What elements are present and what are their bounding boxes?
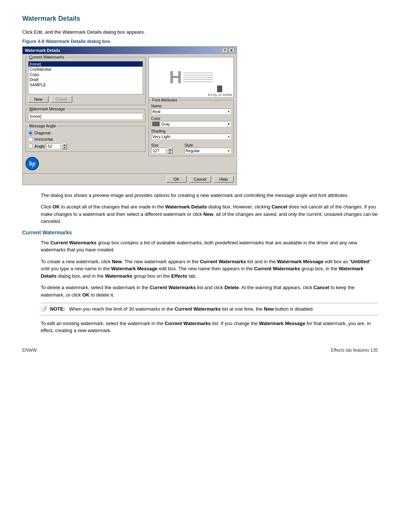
- watermark-action-buttons: New Delete: [28, 96, 143, 103]
- cancel-button[interactable]: Cancel: [189, 176, 211, 183]
- size-style-row: Size ▲ ▼ Style Regu: [151, 141, 231, 154]
- angle-spin-up[interactable]: ▲: [62, 143, 67, 146]
- style-label: Style: [184, 143, 231, 147]
- size-spin-down[interactable]: ▼: [167, 151, 173, 154]
- hp-logo-area: hp: [26, 154, 146, 170]
- color-dropdown-arrow: ▼: [227, 123, 230, 125]
- dialog-title: Watermark Details: [25, 48, 60, 53]
- close-titlebar-button[interactable]: X: [229, 48, 234, 53]
- current-watermarks-body: The Current Watermarks group box contain…: [41, 239, 378, 334]
- page-title: Watermark Details: [22, 15, 378, 23]
- cw-paragraph-1: The Current Watermarks group box contain…: [41, 239, 378, 254]
- watermark-preview: H 8.5 by 11 inches: [149, 57, 234, 98]
- name-select[interactable]: Arial: [151, 108, 231, 114]
- preview-line: [183, 75, 213, 76]
- footer-right: Effects tab features 135: [331, 348, 378, 353]
- diagonal-label: Diagonal: [34, 131, 50, 135]
- help-button[interactable]: Help: [213, 176, 234, 183]
- current-watermarks-heading: Current Watermarks: [22, 230, 378, 235]
- shading-select[interactable]: Very Light Light Medium Dark: [151, 134, 231, 140]
- angle-spin: ▲ ▼: [46, 143, 67, 149]
- size-spin-up[interactable]: ▲: [167, 148, 173, 151]
- color-value: Gray: [161, 122, 227, 126]
- preview-line: [183, 73, 213, 73]
- diagonal-radio-row: Diagonal: [28, 131, 143, 135]
- dialog-footer: OK Cancel Help: [23, 173, 237, 185]
- watermark-details-dialog: Watermark Details ? X Current Watermarks…: [22, 46, 237, 185]
- angle-spin-input[interactable]: [46, 143, 60, 149]
- font-attributes-label: Font Attributes: [151, 98, 179, 102]
- note-text: NOTE: When you reach the limit of 30 wat…: [50, 305, 314, 313]
- angle-spin-buttons: ▲ ▼: [62, 143, 67, 149]
- font-attributes-group: Font Attributes Name Arial Color Gray ▼ …: [149, 100, 234, 156]
- delete-button[interactable]: Delete: [51, 96, 72, 103]
- cw-paragraph-4: To edit an existing watermark, select th…: [41, 320, 378, 334]
- preview-decoration: [217, 86, 222, 92]
- current-watermarks-group: Current Watermarks [none] Confidential C…: [26, 57, 146, 105]
- size-spin: ▲ ▼: [151, 148, 182, 154]
- diagonal-radio[interactable]: [28, 131, 33, 135]
- watermarks-listbox[interactable]: [none] Confidential Copy Draft SAMPLE: [28, 61, 143, 94]
- preview-content: H: [169, 68, 213, 86]
- body-paragraphs: The dialog box shows a preview image and…: [41, 192, 378, 225]
- style-select-wrapper: Regular Bold Italic: [184, 148, 231, 154]
- dialog-body: Current Watermarks [none] Confidential C…: [23, 54, 237, 173]
- size-label: Size: [151, 143, 182, 147]
- titlebar-buttons: ? X: [222, 48, 234, 53]
- angle-radio[interactable]: [28, 144, 33, 148]
- note-box: 📝 NOTE: When you reach the limit of 30 w…: [41, 303, 378, 315]
- current-watermarks-label: Current Watermarks: [28, 55, 65, 59]
- watermark-message-label: Watermark Message: [28, 107, 66, 111]
- note-icon: 📝: [41, 306, 47, 312]
- preview-caption: 8.5 by 11 inches: [208, 93, 232, 97]
- cw-paragraph-2: To create a new watermark, click New. Th…: [41, 258, 378, 280]
- list-item[interactable]: SAMPLE: [29, 82, 143, 87]
- angle-spin-down[interactable]: ▼: [62, 146, 67, 149]
- color-swatch: [152, 122, 160, 126]
- intro-text: Click Edit, and the Watermark Details di…: [22, 29, 378, 36]
- watermark-message-group: Watermark Message: [26, 109, 146, 122]
- horizontal-radio[interactable]: [28, 137, 33, 142]
- new-button[interactable]: New: [28, 96, 49, 103]
- size-spin-buttons: ▲ ▼: [167, 148, 173, 154]
- size-column: Size ▲ ▼: [151, 141, 182, 154]
- list-item[interactable]: Copy: [29, 72, 143, 77]
- angle-radio-group: Diagonal Horizontal Angle ▲ ▼: [28, 131, 143, 149]
- figure-label: Figure 4-8 Watermark Details dialog box: [22, 39, 378, 44]
- color-select-wrapper: Gray ▼: [151, 121, 231, 127]
- dialog-titlebar: Watermark Details ? X: [23, 47, 237, 54]
- style-select[interactable]: Regular Bold Italic: [184, 148, 231, 154]
- dialog-right-column: H 8.5 by 11 inches Font Attributes Name: [149, 57, 234, 170]
- hp-logo: hp: [26, 157, 39, 170]
- name-select-wrapper: Arial: [151, 108, 231, 114]
- watermark-message-input[interactable]: [28, 113, 143, 120]
- shading-label: Shading: [151, 129, 231, 133]
- horizontal-radio-row: Horizontal: [28, 137, 143, 142]
- color-label: Color: [151, 116, 231, 121]
- preview-line: [183, 77, 213, 78]
- horizontal-label: Horizontal: [34, 137, 53, 141]
- color-dropdown[interactable]: Gray ▼: [151, 121, 231, 127]
- help-titlebar-button[interactable]: ?: [222, 48, 228, 53]
- list-item[interactable]: [none]: [29, 61, 143, 67]
- angle-radio-row: Angle ▲ ▼: [28, 143, 143, 149]
- page-footer: ENWW Effects tab features 135: [22, 345, 378, 353]
- angle-label: Angle: [34, 144, 45, 148]
- message-angle-label: Message Angle: [28, 124, 57, 128]
- preview-line: [183, 81, 213, 82]
- body-paragraph-1: The dialog box shows a preview image and…: [41, 192, 378, 199]
- footer-left: ENWW: [22, 348, 37, 353]
- shading-select-wrapper: Very Light Light Medium Dark: [151, 134, 231, 140]
- preview-line: [183, 79, 213, 80]
- cw-paragraph-3: To delete a watermark, select the waterm…: [41, 284, 378, 298]
- list-item[interactable]: Confidential: [29, 67, 143, 72]
- preview-lines: [183, 73, 213, 82]
- message-angle-group: Message Angle Diagonal Horizontal Angle: [26, 126, 146, 152]
- style-column: Style Regular Bold Italic: [184, 141, 231, 154]
- name-label: Name: [151, 104, 231, 108]
- size-spin-input[interactable]: [151, 148, 166, 154]
- ok-button[interactable]: OK: [166, 176, 187, 183]
- body-paragraph-2: Click OK to accept all of the changes th…: [41, 203, 378, 225]
- preview-watermark-letter: H: [169, 68, 182, 86]
- list-item[interactable]: Draft: [29, 77, 143, 82]
